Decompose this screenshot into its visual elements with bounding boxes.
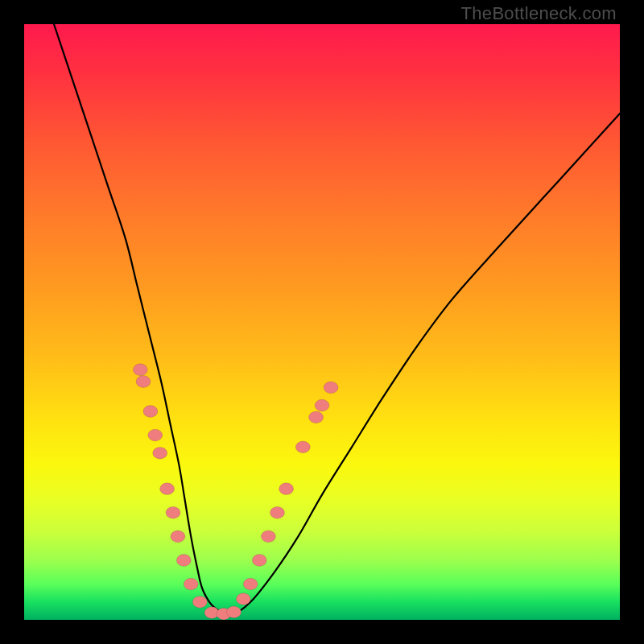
data-marker — [133, 364, 147, 376]
chart-svg — [24, 24, 620, 620]
data-marker — [279, 483, 294, 495]
data-marker — [236, 593, 250, 605]
data-marker — [143, 406, 158, 418]
chart-frame: TheBottleneck.com — [0, 0, 644, 644]
marker-group — [133, 364, 338, 620]
watermark-text: TheBottleneck.com — [461, 3, 617, 24]
data-marker — [261, 530, 275, 543]
bottleneck-curve — [54, 24, 620, 614]
data-marker — [160, 483, 175, 495]
data-marker — [153, 447, 167, 459]
data-marker — [136, 376, 151, 388]
data-marker — [295, 441, 310, 453]
data-marker — [171, 530, 185, 543]
data-marker — [184, 578, 198, 590]
data-marker — [324, 382, 338, 394]
data-marker — [243, 578, 258, 590]
data-marker — [315, 399, 329, 411]
data-marker — [252, 555, 266, 567]
data-marker — [176, 555, 191, 567]
plot-area — [24, 24, 620, 620]
data-marker — [309, 411, 324, 423]
data-marker — [226, 606, 241, 618]
data-marker — [192, 596, 207, 608]
data-marker — [148, 429, 163, 441]
data-marker — [270, 506, 285, 518]
data-marker — [166, 506, 180, 518]
